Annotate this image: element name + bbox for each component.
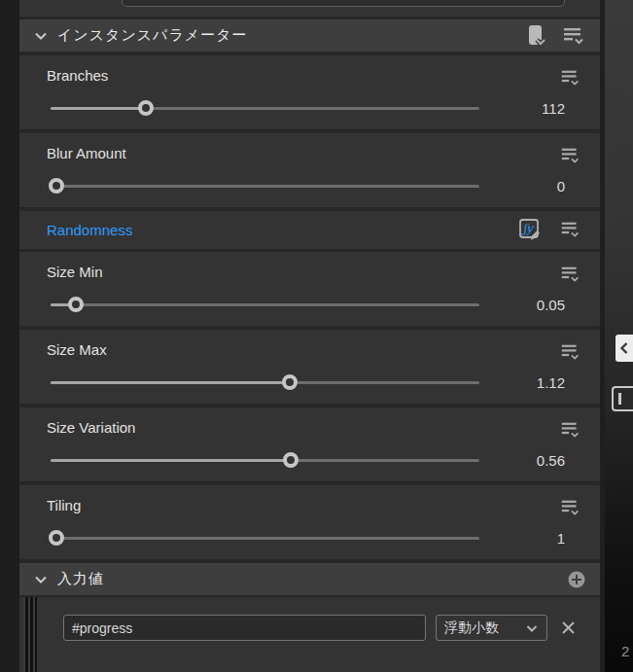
options-list-icon[interactable] (559, 219, 582, 242)
panel-collapse-button[interactable] (615, 335, 633, 362)
param-value[interactable]: 112 (479, 100, 573, 117)
slider-handle[interactable] (49, 530, 64, 546)
close-icon[interactable] (560, 619, 577, 636)
param-slider[interactable] (51, 372, 479, 392)
clipped-text-input[interactable] (122, 0, 565, 7)
section-header-instance-parameters[interactable]: インスタンスパラメーター (19, 19, 600, 52)
slider-handle[interactable] (138, 100, 154, 116)
param-label: Branches (47, 67, 108, 84)
param-row-tiling: Tiling 1 (19, 485, 600, 559)
param-row-branches: Branches 112 (19, 55, 600, 129)
param-value[interactable]: 0.05 (479, 297, 573, 313)
slider-handle[interactable] (49, 178, 64, 194)
param-slider[interactable] (51, 528, 479, 548)
row-drag-handle[interactable] (23, 597, 37, 672)
slider-fill (51, 459, 291, 462)
svg-text:ʃy: ʃy (521, 222, 535, 235)
options-list-icon[interactable] (559, 145, 582, 168)
param-value[interactable]: 1 (479, 530, 573, 547)
input-type-label: 浮動小数 (444, 619, 499, 637)
options-list-icon[interactable] (559, 67, 582, 90)
param-label: Blur Amount (47, 145, 126, 161)
viewport-background: 2 (600, 0, 633, 672)
section-title: インスタンスパラメーター (57, 26, 524, 45)
chevron-down-icon (33, 572, 49, 587)
chevron-down-icon (525, 621, 539, 635)
chevron-left-icon (618, 341, 630, 355)
param-value[interactable]: 1.12 (479, 374, 573, 391)
chevron-down-icon (33, 28, 49, 44)
clipped-number-label: 2 (621, 643, 629, 659)
param-label: Size Max (47, 341, 107, 358)
options-list-icon[interactable] (559, 497, 582, 520)
options-list-icon[interactable] (561, 23, 586, 49)
param-value[interactable]: 0.56 (479, 452, 573, 469)
param-value[interactable]: 0 (479, 178, 573, 195)
section-title: 入力値 (57, 570, 567, 588)
param-slider[interactable] (51, 295, 479, 314)
input-type-dropdown[interactable]: 浮動小数 (436, 615, 547, 641)
options-list-icon[interactable] (559, 264, 582, 287)
param-slider[interactable] (51, 176, 479, 195)
slider-fill (51, 107, 146, 110)
param-slider[interactable] (51, 98, 479, 118)
param-label: Size Variation (47, 419, 135, 436)
options-list-icon[interactable] (559, 419, 582, 442)
parameters-panel: インスタンスパラメーター (19, 0, 600, 672)
param-label: Size Min (47, 264, 103, 280)
options-list-icon[interactable] (559, 341, 582, 365)
slider-handle[interactable] (283, 452, 299, 468)
slider-handle[interactable] (68, 297, 84, 312)
param-row-blur-amount: Blur Amount 0 (19, 133, 600, 207)
slider-fill (51, 381, 290, 384)
input-identifier-field[interactable] (63, 615, 426, 641)
param-label: Tiling (47, 497, 81, 513)
param-row-size-variation: Size Variation 0.56 (19, 407, 600, 481)
edit-function-icon[interactable]: ʃy (517, 217, 544, 243)
param-row-size-max: Size Max 1.12 (19, 330, 600, 404)
param-label-function: Randomness (47, 222, 132, 238)
plus-circle-icon[interactable] (567, 570, 586, 589)
input-value-row: 浮動小数 (19, 597, 600, 672)
param-slider[interactable] (51, 450, 479, 470)
previous-section-strip (19, 0, 600, 17)
clipped-toolbar-icon[interactable] (612, 386, 633, 411)
slider-handle[interactable] (282, 374, 298, 390)
panel-edge-shadow (600, 0, 605, 672)
section-header-input-values[interactable]: 入力値 (19, 563, 600, 595)
preset-bookmark-icon[interactable] (524, 22, 549, 50)
app-canvas: インスタンスパラメーター (0, 0, 633, 672)
param-row-size-min: Size Min 0.05 (19, 252, 600, 326)
param-row-randomness: Randomness ʃy (19, 211, 600, 249)
